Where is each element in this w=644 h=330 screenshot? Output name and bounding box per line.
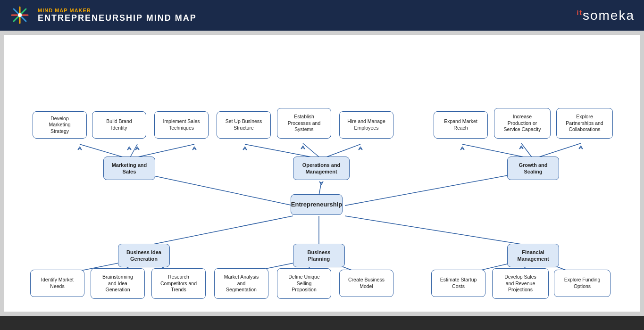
branch-business-planning: BusinessPlanning (293, 244, 345, 267)
someka-logo: itsomeka (577, 8, 635, 23)
mind-map-canvas: Entrepreneurship Marketing andSales Oper… (4, 34, 640, 312)
leaf-explore-partnerships: ExplorePartnerships andCollaborations (556, 108, 613, 139)
branch-marketing: Marketing andSales (103, 157, 155, 180)
logo-icon (9, 5, 31, 26)
leaf-define-unique: Define UniqueSellingProposition (277, 268, 331, 299)
someka-sup: it (577, 8, 583, 16)
svg-line-7 (319, 182, 321, 195)
leaf-implement-sales: Implement SalesTechniques (154, 111, 209, 139)
main-title: ENTREPRENEURSHIP MIND MAP (38, 13, 197, 23)
branch-operations: Operations andManagement (293, 157, 350, 180)
leaf-build-brand: Build BrandIdentity (92, 111, 146, 139)
leaf-hire-manage: Hire and ManageEmployees (339, 111, 393, 139)
branch-business-idea: Business IdeaGeneration (118, 244, 170, 267)
brand-label: MIND MAP MAKER (38, 8, 197, 13)
header-left: MIND MAP MAKER ENTREPRENEURSHIP MIND MAP (9, 5, 197, 26)
svg-point-5 (18, 13, 22, 17)
leaf-create-business: Create BusinessModel (339, 270, 393, 297)
leaf-expand-market: Expand MarketReach (434, 111, 488, 139)
leaf-research-competitors: ResearchCompetitors andTrends (151, 268, 206, 299)
branch-growth: Growth andScaling (507, 157, 559, 180)
leaf-estimate-startup: Estimate StartupCosts (431, 270, 485, 297)
leaf-identify-market: Identify MarketNeeds (30, 270, 84, 297)
header-text: MIND MAP MAKER ENTREPRENEURSHIP MIND MAP (38, 8, 197, 23)
leaf-increase-production: IncreaseProduction orService Capacity (494, 108, 551, 139)
leaf-setup-business: Set Up BusinessStructure (217, 111, 271, 139)
leaf-develop-sales: Develop Salesand RevenueProjections (492, 268, 549, 299)
leaf-market-analysis: Market AnalysisandSegmentation (214, 268, 268, 299)
leaf-brainstorming: Brainstormingand IdeaGeneration (91, 268, 145, 299)
bottom-bar (0, 316, 644, 330)
leaf-explore-funding: Explore FundingOptions (554, 270, 611, 297)
branch-financial: FinancialManagement (507, 244, 559, 267)
svg-line-8 (345, 171, 533, 206)
svg-line-9 (144, 216, 293, 246)
center-node: Entrepreneurship (291, 194, 343, 215)
header: MIND MAP MAKER ENTREPRENEURSHIP MIND MAP… (0, 0, 644, 31)
leaf-develop-marketing: DevelopMarketingStrategy (33, 111, 87, 139)
svg-line-11 (345, 216, 533, 246)
leaf-establish-processes: EstablishProcesses andSystems (277, 108, 331, 139)
